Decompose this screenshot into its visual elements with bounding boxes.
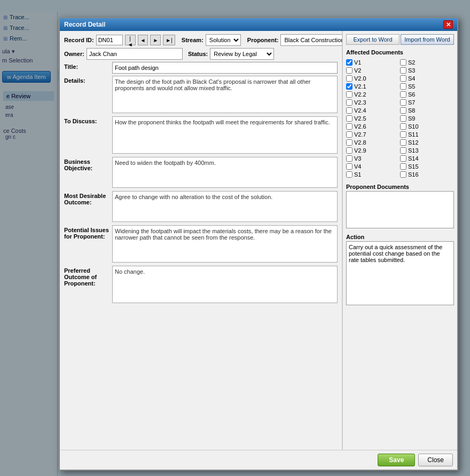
doc-item-s10: S10 xyxy=(400,123,454,130)
doc-item-v1: V1 xyxy=(346,59,400,66)
proponent-select[interactable]: Black Cat Constructions xyxy=(280,34,342,46)
doc-checkbox-s7[interactable] xyxy=(400,99,406,106)
doc-item-v23: V2.3 xyxy=(346,99,400,106)
export-to-word-button[interactable]: Export to Word xyxy=(346,34,400,45)
nav-prev-button[interactable]: ◄ xyxy=(138,35,148,45)
business-objective-field: Need to widen the footpath by 400mm. xyxy=(112,157,338,189)
business-objective-row: Business Objective: Need to widen the fo… xyxy=(64,157,338,189)
title-input[interactable] xyxy=(112,62,338,74)
doc-checkbox-s10[interactable] xyxy=(400,123,406,130)
doc-label-v27: V2.7 xyxy=(354,131,366,138)
doc-label-v2: V2 xyxy=(354,67,361,74)
doc-item-s8: S8 xyxy=(400,107,454,114)
proponent-docs-section: Proponent Documents xyxy=(346,184,454,228)
to-discuss-textarea[interactable]: How the proponent thinks the footpath wi… xyxy=(112,116,338,154)
dialog-close-x-button[interactable]: ✕ xyxy=(443,20,453,29)
dialog-title: Record Detail xyxy=(64,21,105,28)
doc-label-s11: S11 xyxy=(408,131,419,138)
most-desirable-row: Most Desirable Outcome: Agree to change … xyxy=(64,191,338,223)
preferred-outcome-field: No change. xyxy=(112,266,338,304)
owner-input[interactable] xyxy=(87,48,183,60)
to-discuss-label: To Discuss: xyxy=(64,116,112,124)
doc-checkbox-v24[interactable] xyxy=(346,107,352,114)
doc-item-v29: V2.9 xyxy=(346,147,400,154)
record-id-label: Record ID: xyxy=(64,37,94,43)
record-detail-dialog: Record Detail ✕ Record ID: |◄ ◄ ► ►| Str… xyxy=(59,17,458,471)
doc-label-v26: V2.6 xyxy=(354,123,366,130)
stream-label: Stream: xyxy=(182,37,203,43)
doc-label-v20: V2.0 xyxy=(354,75,366,82)
nav-last-button[interactable]: ►| xyxy=(163,35,175,45)
doc-checkbox-s15[interactable] xyxy=(400,163,406,170)
doc-item-s1: S1 xyxy=(346,171,400,178)
doc-checkbox-s4[interactable] xyxy=(400,75,406,82)
doc-checkbox-s3[interactable] xyxy=(400,67,406,74)
doc-label-s8: S8 xyxy=(408,107,415,114)
business-objective-textarea[interactable]: Need to widen the footpath by 400mm. xyxy=(112,157,338,188)
doc-checkbox-s14[interactable] xyxy=(400,155,406,162)
doc-checkbox-s12[interactable] xyxy=(400,139,406,146)
doc-checkbox-v29[interactable] xyxy=(346,147,352,154)
doc-item-v3: V3 xyxy=(346,155,400,162)
doc-checkbox-s9[interactable] xyxy=(400,115,406,122)
doc-checkbox-v26[interactable] xyxy=(346,123,352,130)
nav-first-button[interactable]: |◄ xyxy=(125,35,136,45)
doc-label-v21: V2.1 xyxy=(354,83,366,90)
doc-label-s16: S16 xyxy=(408,171,419,178)
owner-status-row: Owner: Status: Review by Legal xyxy=(64,48,338,60)
form-area: Record ID: |◄ ◄ ► ►| Stream: Solution Pr… xyxy=(60,31,342,450)
doc-item-v26: V2.6 xyxy=(346,123,400,130)
doc-checkbox-v4[interactable] xyxy=(346,163,352,170)
import-from-word-button[interactable]: Import from Word xyxy=(401,34,454,45)
doc-item-v25: V2.5 xyxy=(346,115,400,122)
doc-checkbox-s16[interactable] xyxy=(400,171,406,178)
doc-checkbox-v2[interactable] xyxy=(346,67,352,74)
doc-checkbox-s8[interactable] xyxy=(400,107,406,114)
title-row: Title: xyxy=(64,62,338,74)
doc-checkbox-s11[interactable] xyxy=(400,131,406,138)
doc-checkbox-v1[interactable] xyxy=(346,59,352,66)
doc-checkbox-s6[interactable] xyxy=(400,91,406,98)
nav-next-button[interactable]: ► xyxy=(150,35,161,45)
action-title: Action xyxy=(346,234,454,240)
doc-item-s11: S11 xyxy=(400,131,454,138)
doc-checkbox-s5[interactable] xyxy=(400,83,406,90)
proponent-docs-box[interactable] xyxy=(346,191,454,228)
doc-item-s7: S7 xyxy=(400,99,454,106)
doc-checkbox-v21[interactable] xyxy=(346,83,352,90)
status-select[interactable]: Review by Legal xyxy=(210,48,274,60)
details-textarea[interactable]: The design of the foot path in Black Cat… xyxy=(112,76,338,113)
preferred-outcome-textarea[interactable]: No change. xyxy=(112,266,338,303)
most-desirable-textarea[interactable]: Agree to change with no alteration to th… xyxy=(112,191,338,222)
doc-label-v22: V2.2 xyxy=(354,91,366,98)
action-section: Action Carry out a quick assessment of t… xyxy=(346,234,454,447)
close-button[interactable]: Close xyxy=(418,454,453,466)
doc-checkbox-s1[interactable] xyxy=(346,171,352,178)
owner-label: Owner: xyxy=(64,51,84,57)
details-row: Details: The design of the foot path in … xyxy=(64,76,338,114)
save-button[interactable]: Save xyxy=(378,454,415,466)
doc-item-s16: S16 xyxy=(400,171,454,178)
doc-checkbox-v27[interactable] xyxy=(346,131,352,138)
doc-item-s5: S5 xyxy=(400,83,454,90)
doc-item-s14: S14 xyxy=(400,155,454,162)
most-desirable-label: Most Desirable Outcome: xyxy=(64,191,112,205)
doc-checkbox-v22[interactable] xyxy=(346,91,352,98)
doc-item-s6: S6 xyxy=(400,91,454,98)
doc-label-s4: S4 xyxy=(408,75,415,82)
doc-label-s10: S10 xyxy=(408,123,419,130)
doc-checkbox-v20[interactable] xyxy=(346,75,352,82)
doc-checkbox-v25[interactable] xyxy=(346,115,352,122)
doc-checkbox-v23[interactable] xyxy=(346,99,352,106)
doc-item-v28: V2.8 xyxy=(346,139,400,146)
action-textarea[interactable]: Carry out a quick assessment of the pote… xyxy=(346,241,454,305)
doc-checkbox-v3[interactable] xyxy=(346,155,352,162)
record-id-input[interactable] xyxy=(96,35,123,45)
doc-item-s15: S15 xyxy=(400,163,454,170)
doc-checkbox-s2[interactable] xyxy=(400,59,406,66)
doc-checkbox-v28[interactable] xyxy=(346,139,352,146)
doc-label-v1: V1 xyxy=(354,59,361,66)
stream-select[interactable]: Solution xyxy=(206,34,241,46)
potential-issues-textarea[interactable]: Widening the footpath will impact the ma… xyxy=(112,225,338,263)
doc-checkbox-s13[interactable] xyxy=(400,147,406,154)
